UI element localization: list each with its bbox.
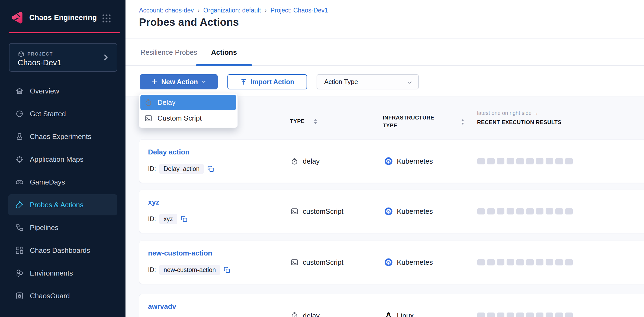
copy-icon[interactable]: [207, 165, 214, 173]
stopwatch-icon: [290, 312, 299, 317]
breadcrumb-account[interactable]: Account: chaos-dev: [139, 7, 194, 14]
sort-icon-type[interactable]: [314, 118, 317, 125]
sidebar-item-gamedays[interactable]: GameDays: [0, 171, 125, 193]
execution-result-placeholder: [507, 313, 514, 317]
action-name-link[interactable]: Delay action: [148, 148, 189, 156]
action-type-filter[interactable]: Action Type: [317, 74, 419, 89]
sidebar-item-overview[interactable]: Overview: [0, 80, 125, 102]
execution-result-placeholder: [526, 259, 534, 266]
action-name-link[interactable]: xyz: [148, 198, 159, 206]
execution-result-placeholder: [487, 158, 495, 164]
execution-result-placeholder: [536, 208, 543, 215]
chevron-right-icon: [102, 53, 110, 62]
action-row-delay-action[interactable]: Delay action ID: Delay_action delay Kube…: [139, 140, 644, 183]
import-action-button[interactable]: Import Action: [227, 74, 307, 89]
cube-icon: [18, 51, 25, 58]
sidebar-item-label: Overview: [30, 87, 59, 95]
new-action-menu: Delay Custom Script: [139, 93, 238, 128]
sidebar-item-application-maps[interactable]: Application Maps: [0, 148, 125, 171]
sidebar-item-chaosguard[interactable]: ChaosGuard: [0, 284, 125, 307]
action-name-link[interactable]: new-custom-action: [148, 249, 212, 257]
recent-results-note: latest one on right side →: [477, 110, 539, 116]
home-icon: [15, 87, 24, 95]
new-action-button[interactable]: New Action: [140, 74, 218, 89]
execution-result-placeholder: [516, 208, 524, 215]
breadcrumb-separator: ›: [265, 7, 267, 14]
execution-result-placeholder: [555, 208, 563, 215]
id-label: ID:: [148, 215, 156, 223]
execution-result-placeholder: [526, 208, 534, 215]
breadcrumb-organization[interactable]: Organization: default: [203, 7, 261, 14]
execution-result-placeholder: [546, 313, 553, 317]
sidebar-item-get-started[interactable]: Get Started: [0, 102, 125, 125]
upload-icon: [240, 78, 247, 85]
sidebar-item-label: Get Started: [30, 110, 66, 118]
kubernetes-icon: [384, 157, 393, 166]
gamepad-icon: [15, 178, 24, 186]
menu-item-custom-script[interactable]: Custom Script: [140, 110, 236, 126]
execution-result-placeholder: [565, 208, 573, 215]
copy-icon[interactable]: [181, 215, 188, 223]
flask-icon: [15, 132, 24, 141]
sort-icon-infrastructure[interactable]: [461, 119, 465, 125]
sidebar-item-label: ChaosGuard: [30, 292, 70, 300]
actions-toolbar: New Action Import Action Action Type: [125, 66, 644, 96]
chaos-engineering-app: Chaos Engineering PROJECT Chaos-Dev1 Ove…: [0, 0, 644, 317]
execution-result-placeholder: [497, 208, 504, 215]
sidebar-item-pipelines[interactable]: Pipelines: [0, 216, 125, 239]
execution-result-placeholder: [526, 158, 534, 164]
stopwatch-icon: [290, 157, 299, 166]
tab-actions[interactable]: Actions: [196, 39, 252, 66]
app-title: Chaos Engineering: [29, 14, 97, 22]
action-name-link[interactable]: awrvadv: [148, 302, 176, 311]
recent-execution-results: [477, 208, 573, 215]
sidebar-item-environments[interactable]: Environments: [0, 262, 125, 284]
action-row-new-custom-action[interactable]: new-custom-action ID: new-custom-action …: [139, 241, 644, 284]
app-grid-icon[interactable]: [102, 14, 111, 23]
execution-result-placeholder: [497, 158, 504, 164]
sidebar-item-label: GameDays: [30, 178, 65, 186]
execution-result-placeholder: [497, 313, 504, 317]
column-header-type: TYPE: [290, 118, 305, 124]
infrastructure-label: Kubernetes: [397, 258, 433, 267]
action-id-line: ID: new-custom-action: [148, 265, 231, 275]
tab-resilience-probes[interactable]: Resilience Probes: [140, 39, 197, 66]
action-type-filter-label: Action Type: [324, 78, 358, 86]
execution-result-placeholder: [487, 208, 495, 215]
breadcrumb-project[interactable]: Project: Chaos-Dev1: [271, 7, 328, 14]
execution-result-placeholder: [507, 208, 514, 215]
menu-item-delay[interactable]: Delay: [140, 95, 236, 110]
dashboard-icon: [15, 246, 24, 255]
sidebar-item-chaos-dashboards[interactable]: Chaos Dashboards: [0, 239, 125, 262]
menu-item-label: Delay: [157, 98, 175, 107]
type-label: customScript: [303, 258, 343, 267]
recent-execution-results: [477, 259, 573, 266]
execution-result-placeholder: [555, 313, 563, 317]
project-selector[interactable]: PROJECT Chaos-Dev1: [9, 43, 117, 72]
infrastructure-cell: Linux: [384, 312, 414, 317]
execution-result-placeholder: [536, 158, 543, 164]
action-row-xyz[interactable]: xyz ID: xyz customScript Kubernetes: [139, 190, 644, 233]
sidebar-item-chaos-experiments[interactable]: Chaos Experiments: [0, 125, 125, 148]
action-id-line: ID: Delay_action: [148, 164, 214, 174]
execution-result-placeholder: [477, 259, 485, 266]
type-label: delay: [303, 157, 320, 166]
main-content: Account: chaos-dev › Organization: defau…: [125, 0, 644, 317]
page-header: Account: chaos-dev › Organization: defau…: [125, 0, 644, 38]
infrastructure-cell: Kubernetes: [384, 207, 433, 216]
action-row-awrvadv[interactable]: awrvadv delay Linux: [139, 294, 644, 317]
chaos-logo-icon: [10, 10, 25, 25]
chevron-down-icon: [406, 79, 413, 86]
sidebar-item-probes-actions[interactable]: Probes & Actions: [0, 193, 125, 216]
new-action-label: New Action: [161, 78, 198, 86]
action-id-chip: Delay_action: [159, 164, 204, 174]
execution-result-placeholder: [536, 259, 543, 266]
execution-result-placeholder: [565, 313, 573, 317]
execution-result-placeholder: [526, 313, 534, 317]
terminal-icon: [144, 114, 153, 122]
infrastructure-label: Linux: [397, 312, 414, 317]
sidebar-item-label: Chaos Dashboards: [30, 246, 90, 255]
copy-icon[interactable]: [223, 266, 231, 274]
breadcrumb: Account: chaos-dev › Organization: defau…: [139, 7, 328, 14]
execution-result-placeholder: [516, 259, 524, 266]
